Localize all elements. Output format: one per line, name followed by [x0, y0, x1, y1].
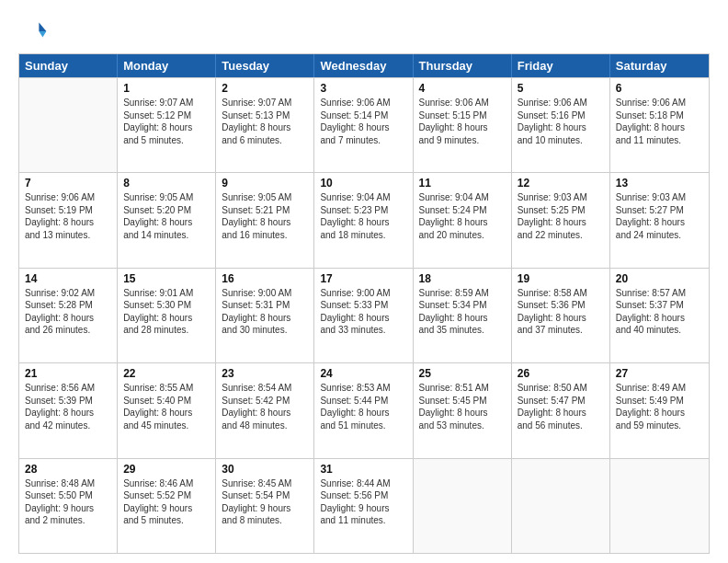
calendar-day-17: 17Sunrise: 9:00 AMSunset: 5:33 PMDayligh…: [314, 269, 413, 362]
calendar-day-12: 12Sunrise: 9:03 AMSunset: 5:25 PMDayligh…: [512, 173, 610, 267]
cell-info-line: and 8 minutes.: [222, 514, 308, 527]
calendar-day-26: 26Sunrise: 8:50 AMSunset: 5:47 PMDayligh…: [512, 363, 610, 457]
header-day-tuesday: Tuesday: [216, 54, 314, 77]
cell-info-line: Sunrise: 8:50 AM: [518, 382, 604, 395]
header-day-monday: Monday: [118, 54, 216, 77]
calendar-day-4: 4Sunrise: 9:06 AMSunset: 5:15 PMDaylight…: [414, 78, 512, 172]
day-number: 15: [123, 272, 210, 285]
cell-info-line: and 26 minutes.: [25, 324, 111, 337]
calendar-day-27: 27Sunrise: 8:49 AMSunset: 5:49 PMDayligh…: [610, 363, 709, 457]
cell-info-line: Daylight: 9 hours: [320, 502, 406, 515]
cell-info-line: Daylight: 8 hours: [419, 216, 506, 229]
calendar-day-30: 30Sunrise: 8:45 AMSunset: 5:54 PMDayligh…: [216, 459, 314, 553]
cell-info-line: Daylight: 8 hours: [123, 312, 210, 325]
day-number: 16: [222, 272, 308, 285]
cell-info-line: Daylight: 8 hours: [419, 121, 506, 134]
cell-info-line: and 22 minutes.: [518, 229, 604, 242]
day-number: 6: [616, 82, 703, 95]
cell-info-line: Sunrise: 9:06 AM: [25, 191, 111, 204]
cell-info-line: Sunset: 5:14 PM: [320, 109, 406, 122]
day-number: 4: [419, 82, 506, 95]
cell-info-line: Daylight: 8 hours: [25, 216, 111, 229]
cell-info-line: and 14 minutes.: [123, 229, 210, 242]
svg-marker-0: [39, 22, 46, 31]
calendar-week-1: 1Sunrise: 9:07 AMSunset: 5:12 PMDaylight…: [19, 77, 709, 172]
day-number: 23: [222, 367, 308, 380]
cell-info-line: Daylight: 8 hours: [123, 216, 210, 229]
cell-info-line: Sunrise: 8:57 AM: [616, 287, 703, 300]
cell-info-line: Daylight: 8 hours: [123, 407, 210, 419]
cell-info-line: Sunrise: 9:05 AM: [123, 191, 210, 204]
cell-info-line: Sunrise: 9:04 AM: [419, 191, 506, 204]
day-number: 24: [320, 367, 406, 380]
cell-info-line: Sunset: 5:30 PM: [123, 299, 210, 312]
cell-info-line: and 13 minutes.: [25, 229, 111, 242]
cell-info-line: Daylight: 8 hours: [419, 312, 506, 325]
cell-info-line: Sunset: 5:45 PM: [419, 395, 506, 408]
cell-info-line: and 7 minutes.: [320, 134, 406, 147]
cell-info-line: Sunrise: 9:03 AM: [616, 191, 703, 204]
day-number: 12: [518, 177, 604, 190]
cell-info-line: Sunset: 5:24 PM: [419, 204, 506, 217]
calendar-day-23: 23Sunrise: 8:54 AMSunset: 5:42 PMDayligh…: [216, 363, 314, 457]
cell-info-line: Sunset: 5:54 PM: [222, 489, 308, 502]
svg-marker-1: [39, 31, 46, 37]
calendar-day-22: 22Sunrise: 8:55 AMSunset: 5:40 PMDayligh…: [118, 363, 216, 457]
day-number: 30: [222, 463, 308, 476]
cell-info-line: Sunset: 5:13 PM: [222, 109, 308, 122]
cell-info-line: and 53 minutes.: [419, 419, 506, 432]
cell-info-line: Sunrise: 9:02 AM: [25, 287, 111, 300]
cell-info-line: Daylight: 8 hours: [518, 407, 604, 419]
day-number: 22: [123, 367, 210, 380]
cell-info-line: Sunset: 5:37 PM: [616, 299, 703, 312]
header-day-wednesday: Wednesday: [314, 54, 413, 77]
cell-info-line: Daylight: 8 hours: [222, 216, 308, 229]
cell-info-line: Daylight: 8 hours: [25, 407, 111, 419]
calendar-day-19: 19Sunrise: 8:58 AMSunset: 5:36 PMDayligh…: [512, 269, 610, 362]
calendar-empty-cell: [414, 459, 512, 553]
cell-info-line: Sunset: 5:23 PM: [320, 204, 406, 217]
cell-info-line: Sunset: 5:44 PM: [320, 395, 406, 408]
cell-info-line: Sunset: 5:40 PM: [123, 395, 210, 408]
cell-info-line: and 59 minutes.: [616, 419, 703, 432]
calendar-day-28: 28Sunrise: 8:48 AMSunset: 5:50 PMDayligh…: [19, 459, 118, 553]
header-day-saturday: Saturday: [610, 54, 709, 77]
day-number: 8: [123, 177, 210, 190]
cell-info-line: Daylight: 8 hours: [320, 407, 406, 419]
cell-info-line: Daylight: 8 hours: [419, 407, 506, 419]
cell-info-line: and 33 minutes.: [320, 324, 406, 337]
calendar-day-5: 5Sunrise: 9:06 AMSunset: 5:16 PMDaylight…: [512, 78, 610, 172]
calendar-body: 1Sunrise: 9:07 AMSunset: 5:12 PMDaylight…: [19, 77, 709, 553]
cell-info-line: Daylight: 8 hours: [320, 216, 406, 229]
calendar-day-29: 29Sunrise: 8:46 AMSunset: 5:52 PMDayligh…: [118, 459, 216, 553]
cell-info-line: Sunrise: 9:05 AM: [222, 191, 308, 204]
cell-info-line: and 6 minutes.: [222, 134, 308, 147]
cell-info-line: Sunrise: 8:49 AM: [616, 382, 703, 395]
day-number: 29: [123, 463, 210, 476]
cell-info-line: Daylight: 8 hours: [320, 121, 406, 134]
cell-info-line: Sunset: 5:28 PM: [25, 299, 111, 312]
calendar-day-31: 31Sunrise: 8:44 AMSunset: 5:56 PMDayligh…: [314, 459, 413, 553]
header-day-thursday: Thursday: [414, 54, 512, 77]
calendar-day-6: 6Sunrise: 9:06 AMSunset: 5:18 PMDaylight…: [610, 78, 709, 172]
calendar-day-3: 3Sunrise: 9:06 AMSunset: 5:14 PMDaylight…: [314, 78, 413, 172]
day-number: 17: [320, 272, 406, 285]
cell-info-line: Sunset: 5:56 PM: [320, 489, 406, 502]
cell-info-line: Sunset: 5:42 PM: [222, 395, 308, 408]
day-number: 13: [616, 177, 703, 190]
day-number: 18: [419, 272, 506, 285]
cell-info-line: Sunrise: 8:44 AM: [320, 477, 406, 490]
day-number: 1: [123, 82, 210, 95]
calendar-week-4: 21Sunrise: 8:56 AMSunset: 5:39 PMDayligh…: [19, 362, 709, 457]
cell-info-line: and 5 minutes.: [123, 514, 210, 527]
cell-info-line: and 24 minutes.: [616, 229, 703, 242]
cell-info-line: and 56 minutes.: [518, 419, 604, 432]
cell-info-line: Daylight: 8 hours: [518, 121, 604, 134]
cell-info-line: Sunrise: 8:59 AM: [419, 287, 506, 300]
calendar-day-14: 14Sunrise: 9:02 AMSunset: 5:28 PMDayligh…: [19, 269, 118, 362]
cell-info-line: Daylight: 8 hours: [616, 216, 703, 229]
cell-info-line: Daylight: 9 hours: [123, 502, 210, 515]
calendar-header: SundayMondayTuesdayWednesdayThursdayFrid…: [19, 54, 709, 77]
cell-info-line: Sunset: 5:36 PM: [518, 299, 604, 312]
calendar-week-2: 7Sunrise: 9:06 AMSunset: 5:19 PMDaylight…: [19, 172, 709, 267]
